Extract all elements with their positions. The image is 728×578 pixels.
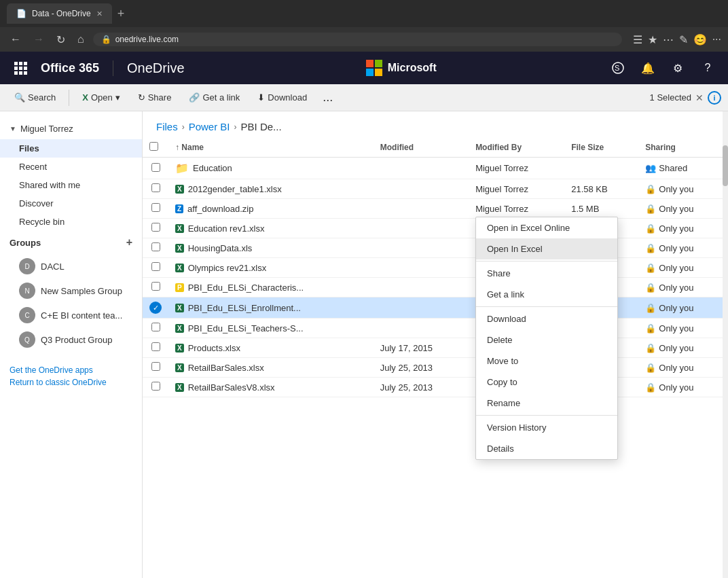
lock-icon: 🔒 xyxy=(645,263,656,273)
scrollbar-track[interactable] xyxy=(723,111,728,578)
skype-icon[interactable]: S xyxy=(604,54,632,82)
scrollbar-thumb[interactable] xyxy=(723,145,728,186)
row-check-selected[interactable]: ✓ xyxy=(149,302,162,314)
home-button[interactable]: ⌂ xyxy=(74,32,88,47)
menu-copy-to[interactable]: Copy to xyxy=(476,372,617,393)
lock-icon: 🔒 xyxy=(645,223,656,234)
breadcrumb-power-bi[interactable]: Power BI xyxy=(189,121,230,132)
file-sharing: 🔒 Only you xyxy=(638,297,728,319)
notifications-icon[interactable]: 🔔 xyxy=(634,54,661,82)
office365-label[interactable]: Office 365 xyxy=(34,61,106,75)
sidebar-footer: Get the OneDrive apps Return to classic … xyxy=(0,352,142,397)
search-toolbar-button[interactable]: 🔍 Search xyxy=(7,89,63,106)
file-name: PBI_Edu_ELSi_Characteris... xyxy=(188,283,304,293)
menu-share[interactable]: Share xyxy=(476,263,617,284)
sidebar-group-dacl[interactable]: D DACL xyxy=(0,254,142,278)
row-checkbox[interactable] xyxy=(151,203,160,212)
row-checkbox[interactable] xyxy=(151,223,160,232)
menu-icon[interactable]: ⋯ xyxy=(663,33,674,46)
menu-sep-3 xyxy=(476,415,617,416)
row-checkbox[interactable] xyxy=(151,382,160,391)
sidebar-group-new-samples[interactable]: N New Samples Group xyxy=(0,278,142,303)
table-row[interactable]: XPBI_Edu_ELSi_Teachers-S...Miguel Torrez… xyxy=(143,319,728,338)
search-icon: 🔍 xyxy=(14,92,25,103)
share-button[interactable]: ↻ Share xyxy=(130,89,179,106)
more-icon[interactable]: ··· xyxy=(712,33,721,46)
table-row[interactable]: XRetailBarSalesV8.xlsxJuly 25, 2013Migue… xyxy=(143,378,728,397)
sidebar-user[interactable]: ▼ Miguel Torrez xyxy=(0,118,142,139)
table-row[interactable]: XEducation rev1.xlsxMiguel Torrez32.75 M… xyxy=(143,219,728,238)
breadcrumb-files[interactable]: Files xyxy=(156,121,178,132)
menu-open-excel-online[interactable]: Open in Excel Online xyxy=(476,217,617,238)
menu-details[interactable]: Details xyxy=(476,438,617,459)
settings-icon[interactable]: ⚙ xyxy=(664,54,691,82)
col-modified-by[interactable]: Modified By xyxy=(469,138,564,158)
file-name: Olympics rev21.xlsx xyxy=(188,263,267,273)
classic-link[interactable]: Return to classic OneDrive xyxy=(10,378,132,387)
lock-icon: 🔒 xyxy=(645,343,656,353)
help-icon[interactable]: ? xyxy=(694,54,721,82)
row-checkbox[interactable] xyxy=(151,242,160,251)
forward-button[interactable]: → xyxy=(30,32,48,47)
more-button[interactable]: ... xyxy=(317,90,338,105)
file-size: 1.5 MB xyxy=(564,199,638,219)
col-size[interactable]: File Size xyxy=(564,138,638,158)
tab-close-button[interactable]: ✕ xyxy=(96,10,103,18)
row-checkbox[interactable] xyxy=(151,282,160,291)
row-checkbox[interactable] xyxy=(151,323,160,331)
new-tab-button[interactable]: + xyxy=(117,7,125,21)
table-row[interactable]: Zaff_download.zipMiguel Torrez1.5 MB🔒 On… xyxy=(143,199,728,219)
row-checkbox[interactable] xyxy=(151,362,160,371)
menu-rename[interactable]: Rename xyxy=(476,393,617,414)
table-row[interactable]: XOlympics rev21.xlsxMiguel Torrez2.84 MB… xyxy=(143,258,728,278)
app-grid-button[interactable] xyxy=(7,54,34,82)
select-all-checkbox[interactable] xyxy=(149,142,158,151)
menu-version-history[interactable]: Version History xyxy=(476,417,617,438)
menu-move-to[interactable]: Move to xyxy=(476,350,617,372)
table-row[interactable]: 📁EducationMiguel Torrez👥 Shared xyxy=(143,158,728,179)
file-modified: July 25, 2013 xyxy=(374,378,469,397)
sidebar-item-shared[interactable]: Shared with me xyxy=(0,176,142,194)
refresh-button[interactable]: ↻ xyxy=(53,32,69,48)
row-checkbox[interactable] xyxy=(151,262,160,271)
col-sharing[interactable]: Sharing xyxy=(638,138,728,158)
sidebar-item-discover[interactable]: Discover xyxy=(0,194,142,213)
menu-open-excel[interactable]: Open In Excel xyxy=(476,238,617,259)
menu-get-link[interactable]: Get a link xyxy=(476,284,617,305)
table-row[interactable]: XRetailBarSales.xlsxJuly 25, 2013Miguel … xyxy=(143,358,728,378)
profile-icon[interactable]: 😊 xyxy=(693,33,707,46)
get-link-button[interactable]: 🔗 Get a link xyxy=(181,89,247,106)
table-row[interactable]: ✓XPBI_Edu_ELSi_Enrollment...Miguel Torre… xyxy=(143,297,728,319)
extensions-icon[interactable]: ✎ xyxy=(679,33,688,46)
row-checkbox[interactable] xyxy=(151,183,160,192)
download-button[interactable]: ⬇ Download xyxy=(250,89,314,106)
star-icon[interactable]: ★ xyxy=(648,33,657,46)
open-button[interactable]: X Open ▾ xyxy=(75,89,127,106)
groups-header[interactable]: Groups + xyxy=(0,231,142,254)
back-button[interactable]: ← xyxy=(7,32,24,47)
col-name[interactable]: ↑ Name xyxy=(168,138,374,158)
col-modified[interactable]: Modified xyxy=(374,138,469,158)
address-bar[interactable]: 🔒 onedrive.live.com xyxy=(93,33,622,46)
sidebar-item-recycle[interactable]: Recycle bin xyxy=(0,213,142,231)
menu-download[interactable]: Download xyxy=(476,308,617,329)
sidebar-item-recent[interactable]: Recent xyxy=(0,158,142,176)
product-name[interactable]: OneDrive xyxy=(113,60,198,76)
clear-selection-button[interactable]: ✕ xyxy=(695,92,704,103)
sidebar-group-q3[interactable]: Q Q3 Product Group xyxy=(0,327,142,352)
table-row[interactable]: X2012gender_table1.xlsxMiguel Torrez21.5… xyxy=(143,179,728,199)
row-checkbox[interactable] xyxy=(151,163,160,172)
table-row[interactable]: XProducts.xlsxJuly 17, 2015Miguel Torrez… xyxy=(143,338,728,358)
menu-delete[interactable]: Delete xyxy=(476,329,617,350)
info-icon[interactable]: i xyxy=(708,91,721,105)
sidebar-group-cebe[interactable]: C C+E BI content tea... xyxy=(0,303,142,327)
add-group-icon[interactable]: + xyxy=(126,236,132,249)
table-row[interactable]: XHousingData.xlsMiguel Torrez1.6 MB🔒 Onl… xyxy=(143,238,728,258)
sidebar-item-files[interactable]: Files xyxy=(0,139,142,158)
svg-rect-0 xyxy=(366,60,374,67)
row-checkbox[interactable] xyxy=(151,342,160,351)
table-row[interactable]: PPBI_Edu_ELSi_Characteris...Miguel Torre… xyxy=(143,278,728,297)
get-apps-link[interactable]: Get the OneDrive apps xyxy=(10,365,132,375)
bookmarks-icon[interactable]: ☰ xyxy=(633,33,642,46)
browser-tab[interactable]: 📄 Data - OneDrive ✕ xyxy=(7,3,112,24)
